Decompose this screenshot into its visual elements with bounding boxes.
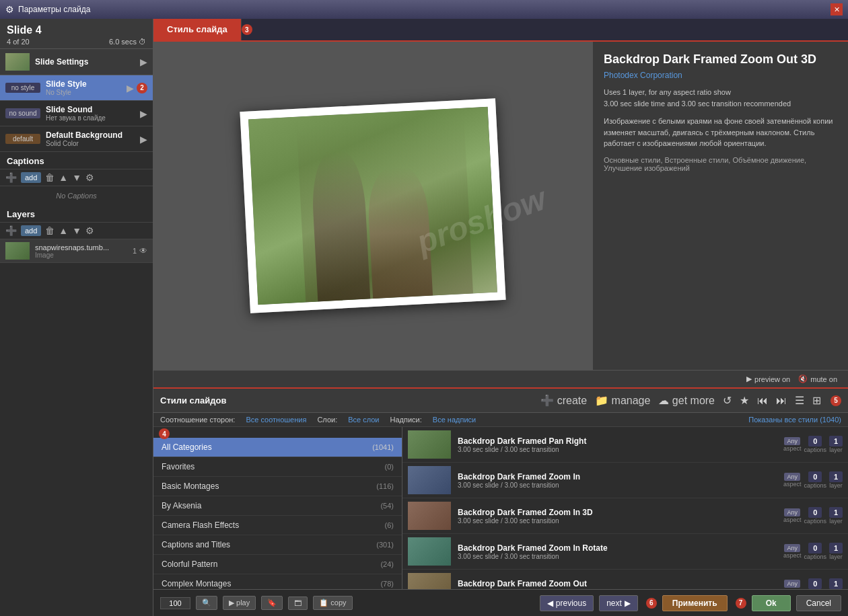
play-preview-icon: ▶ <box>746 375 752 383</box>
prev-style-button[interactable]: ⏮ <box>756 393 769 408</box>
style-badges-3: Anyaspect 0captions 1layer <box>783 507 843 525</box>
default-bg-title: Default Background <box>46 130 140 140</box>
window-button[interactable]: 🗔 <box>288 596 308 610</box>
categories-panel: 4 All Categories (1041) Favorites (0) Ba… <box>153 427 402 589</box>
list-view-button[interactable]: ☰ <box>793 393 806 408</box>
sound-arrow-icon: ▶ <box>140 108 147 119</box>
info-panel: Backdrop Dark Framed Zoom Out 3D Photode… <box>592 42 848 370</box>
refresh-button[interactable]: ↺ <box>721 393 733 408</box>
layer-visibility-icon[interactable]: 👁 <box>139 246 147 256</box>
search-button[interactable]: 🔍 <box>196 596 217 610</box>
category-item-favorites[interactable]: Favorites (0) <box>153 457 402 477</box>
category-item-complex-montages[interactable]: Complex Montages (78) <box>153 574 402 589</box>
add-caption-button[interactable]: add <box>21 172 41 183</box>
tab-bar: Стиль слайда 3 <box>153 19 848 42</box>
style-info-title: Backdrop Dark Framed Zoom Out 3D <box>604 52 837 67</box>
style-thumb-1 <box>408 430 451 459</box>
next-button[interactable]: next ▶ <box>599 595 638 611</box>
styles-panel: Backdrop Dark Framed Pan Right 3.00 sec … <box>402 427 848 589</box>
layer-info: snapwiresnaps.tumb... Image <box>35 243 133 259</box>
settings-caption-icon[interactable]: ⚙ <box>85 172 94 183</box>
menu-item-slide-sound[interactable]: no sound Slide Sound Нет звука в слайде … <box>0 101 153 126</box>
settings-layer-icon[interactable]: ⚙ <box>85 225 94 236</box>
apply-button[interactable]: Применить <box>662 595 728 611</box>
bookmark-button[interactable]: 🔖 <box>261 596 283 610</box>
default-bg-sub: Solid Color <box>46 140 140 147</box>
slide-duration: 6.0 secs ⏱ <box>109 38 146 46</box>
slide-sound-content: Slide Sound Нет звука в слайде <box>46 105 140 122</box>
category-name: By Aksenia <box>162 501 201 510</box>
move-down-layer-icon[interactable]: ▼ <box>72 225 81 236</box>
search-icon: 🔍 <box>202 599 211 607</box>
grid-view-button[interactable]: ⊞ <box>811 393 822 408</box>
star-button[interactable]: ★ <box>738 393 750 408</box>
window-icon: 🗔 <box>294 599 302 607</box>
annotation-badge-3: 3 <box>242 24 252 35</box>
category-item-colorful-pattern[interactable]: Colorful Pattern (24) <box>153 555 402 574</box>
menu-item-slide-style[interactable]: no style Slide Style No Style ▶ 2 <box>0 75 153 101</box>
style-info-3: Backdrop Dark Framed Zoom In 3D 3.00 sec… <box>458 508 783 525</box>
mute-on-button[interactable]: 🔇 mute on <box>798 375 837 383</box>
move-up-caption-icon[interactable]: ▲ <box>59 172 68 183</box>
style-info-1: Backdrop Dark Framed Pan Right 3.00 sec … <box>458 436 783 453</box>
layers-section-header: Layers <box>0 205 153 223</box>
style-item-zoom-in[interactable]: Backdrop Dark Framed Zoom In 3.00 sec sl… <box>402 463 848 498</box>
style-item-zoom-in-rotate[interactable]: Backdrop Dark Framed Zoom In Rotate 3.00… <box>402 534 848 570</box>
play-icon: ▶ <box>229 599 234 607</box>
slide-sound-title: Slide Sound <box>46 105 140 114</box>
copy-icon: 📋 <box>319 599 328 607</box>
layers-filter-value[interactable]: Все слои <box>348 416 379 424</box>
preview-on-button[interactable]: ▶ preview on <box>746 375 790 383</box>
delete-caption-icon[interactable]: 🗑 <box>45 172 55 183</box>
menu-item-default-bg[interactable]: default Default Background Solid Color ▶ <box>0 126 153 152</box>
bottom-toolbar: ➕ create 📁 manage ☁ get more ↺ ★ ⏮ ⏭ <box>539 393 841 408</box>
captions-filter-value[interactable]: Все надписи <box>433 416 476 424</box>
previous-button[interactable]: ◀ previous <box>540 595 594 611</box>
next-style-button[interactable]: ⏭ <box>775 393 788 408</box>
copy-button[interactable]: 📋 copy <box>313 596 352 610</box>
style-item-pan-right[interactable]: Backdrop Dark Framed Pan Right 3.00 sec … <box>402 427 848 463</box>
add-layer-button[interactable]: add <box>21 225 41 236</box>
bottom-footer: 🔍 ▶ play 🔖 🗔 📋 copy ◀ <box>153 589 848 616</box>
layer-name: snapwiresnaps.tumb... <box>35 243 133 252</box>
tab-slide-style[interactable]: Стиль слайда <box>153 19 242 40</box>
move-down-caption-icon[interactable]: ▼ <box>72 172 81 183</box>
slide-title: Slide 4 <box>7 24 146 36</box>
menu-arrow-icon: ▶ <box>127 83 134 93</box>
aspect-filter-label: Соотношение сторон: <box>160 416 235 424</box>
ok-button[interactable]: Ok <box>752 595 791 611</box>
close-button[interactable]: ✕ <box>831 3 843 15</box>
move-up-layer-icon[interactable]: ▲ <box>59 225 68 236</box>
style-badges-1: Anyaspect 0captions 1layer <box>783 436 843 453</box>
category-name: Complex Montages <box>162 579 231 588</box>
zoom-input[interactable] <box>160 597 190 609</box>
default-bg-content: Default Background Solid Color <box>46 130 140 147</box>
bottom-panel: Стили слайдов ➕ create 📁 manage ☁ get mo… <box>153 387 848 616</box>
category-item-basic-montages[interactable]: Basic Montages (116) <box>153 477 402 496</box>
category-item-by-aksenia[interactable]: By Aksenia (54) <box>153 496 402 516</box>
default-bg-badge: default <box>5 134 40 144</box>
delete-layer-icon[interactable]: 🗑 <box>45 225 55 236</box>
layer-number: 1 <box>133 247 137 255</box>
arrow-left-icon: ◀ <box>547 599 553 608</box>
slide-style-badge: no style <box>5 83 40 93</box>
annotation-badge-7: 7 <box>736 598 746 609</box>
category-item-all[interactable]: All Categories (1041) <box>153 438 402 457</box>
layer-item[interactable]: snapwiresnaps.tumb... Image 1 👁 <box>0 239 153 263</box>
category-item-captions-titles[interactable]: Captions and Titles (301) <box>153 535 402 555</box>
category-item-camera-flash[interactable]: Camera Flash Effects (6) <box>153 516 402 535</box>
layer-thumbnail <box>5 242 30 260</box>
manage-button[interactable]: 📁 manage <box>594 393 651 408</box>
style-thumb-3 <box>408 502 451 530</box>
get-more-button[interactable]: ☁ get more <box>657 393 716 408</box>
slide-settings-row[interactable]: Slide Settings ▶ <box>0 49 153 75</box>
mute-icon: 🔇 <box>798 375 808 383</box>
style-item-zoom-out[interactable]: Backdrop Dark Framed Zoom Out 3.00 sec s… <box>402 570 848 589</box>
annotation-badge-2: 2 <box>137 83 147 93</box>
play-button[interactable]: ▶ play <box>223 596 256 610</box>
aspect-filter-value[interactable]: Все соотношения <box>246 416 306 424</box>
create-button[interactable]: ➕ create <box>539 393 588 408</box>
style-item-zoom-in-3d[interactable]: Backdrop Dark Framed Zoom In 3D 3.00 sec… <box>402 498 848 534</box>
cancel-button[interactable]: Cancel <box>796 595 841 611</box>
photo-background <box>248 107 497 305</box>
